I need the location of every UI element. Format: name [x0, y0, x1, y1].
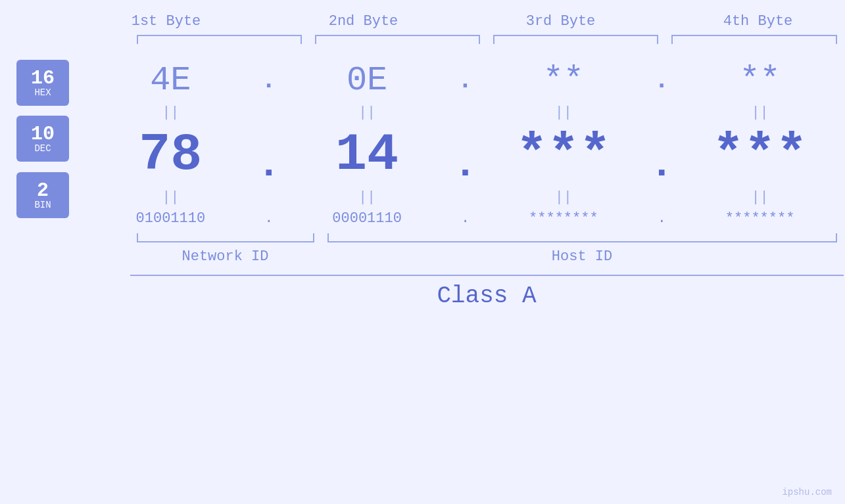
- dec-val-3: ***: [479, 129, 649, 181]
- hex-name: HEX: [34, 88, 51, 97]
- dec-val-1: 78: [85, 129, 256, 181]
- hex-row: 4E . 0E . ** . **: [85, 58, 845, 103]
- dec-row: 78 . 14 . *** . ***: [85, 122, 845, 188]
- dec-val-4: ***: [675, 129, 845, 181]
- host-id-label: Host ID: [321, 248, 844, 265]
- eq-4: ||: [675, 104, 845, 121]
- hex-val-2: 0E: [282, 61, 452, 100]
- data-grid: 4E . 0E . ** . ** || ||: [85, 48, 845, 230]
- bottom-labels: Network ID Host ID: [130, 248, 844, 265]
- eq-3: ||: [479, 104, 649, 121]
- bin-val-3: ********: [479, 210, 649, 227]
- dec-badge: 10 DEC: [16, 116, 69, 162]
- bottom-brackets: [130, 233, 844, 245]
- dec-name: DEC: [34, 144, 51, 153]
- bin-val-2: 00001110: [282, 210, 452, 227]
- dec-dot-2: .: [452, 126, 479, 185]
- bin-dot-2: .: [452, 210, 479, 227]
- bracket-1: [137, 35, 302, 44]
- eq-2: ||: [282, 104, 452, 121]
- bracket-4: [671, 35, 836, 44]
- hex-badge: 16 HEX: [16, 60, 69, 106]
- class-label: Class A: [437, 283, 536, 309]
- class-section: Class A: [130, 275, 844, 309]
- hex-val-4: **: [675, 61, 845, 100]
- top-brackets: [130, 35, 844, 48]
- byte-header-2: 2nd Byte: [265, 13, 462, 35]
- dec-val-2: 14: [282, 129, 452, 181]
- bin-row: 01001110 . 00001110 . ******** . *******…: [85, 207, 845, 230]
- host-bracket: [327, 233, 837, 242]
- hex-dot-2: .: [452, 66, 479, 95]
- byte-header-1: 1st Byte: [68, 13, 265, 35]
- hex-dot-3: .: [648, 66, 675, 95]
- hex-val-3: **: [479, 61, 649, 100]
- bracket-3: [493, 35, 658, 44]
- eq2-1: ||: [85, 189, 256, 206]
- dec-dot-1: .: [256, 126, 282, 185]
- dec-num: 10: [31, 124, 55, 144]
- bottom-section: Network ID Host ID: [130, 233, 844, 265]
- bin-num: 2: [37, 181, 49, 200]
- content-area: 16 HEX 10 DEC 2 BIN 4E . 0E: [0, 48, 845, 230]
- byte-header-3: 3rd Byte: [462, 13, 660, 35]
- bin-val-1: 01001110: [85, 210, 256, 227]
- bin-dot-1: .: [256, 210, 282, 227]
- bin-val-4: ********: [675, 210, 845, 227]
- bracket-2: [315, 35, 480, 44]
- bin-badge: 2 BIN: [16, 172, 69, 218]
- bin-dot-3: .: [648, 210, 675, 227]
- eq2-2: ||: [282, 189, 452, 206]
- equals-row-2: || || || ||: [85, 188, 845, 207]
- eq-1: ||: [85, 104, 256, 121]
- hex-dot-1: .: [256, 66, 282, 95]
- watermark: ipshu.com: [782, 487, 832, 497]
- byte-header-4: 4th Byte: [660, 13, 846, 35]
- eq2-3: ||: [479, 189, 649, 206]
- hex-num: 16: [31, 68, 55, 88]
- main-container: 1st Byte 2nd Byte 3rd Byte 4th Byte 16 H…: [0, 0, 845, 504]
- network-bracket: [137, 233, 314, 242]
- equals-row-1: || || || ||: [85, 103, 845, 122]
- base-labels: 16 HEX 10 DEC 2 BIN: [0, 48, 85, 230]
- eq2-4: ||: [675, 189, 845, 206]
- hex-val-1: 4E: [85, 61, 256, 100]
- byte-headers: 1st Byte 2nd Byte 3rd Byte 4th Byte: [68, 13, 846, 35]
- bin-name: BIN: [34, 200, 51, 210]
- dec-dot-3: .: [648, 126, 675, 185]
- class-line: Class A: [130, 275, 844, 309]
- network-id-label: Network ID: [130, 248, 321, 265]
